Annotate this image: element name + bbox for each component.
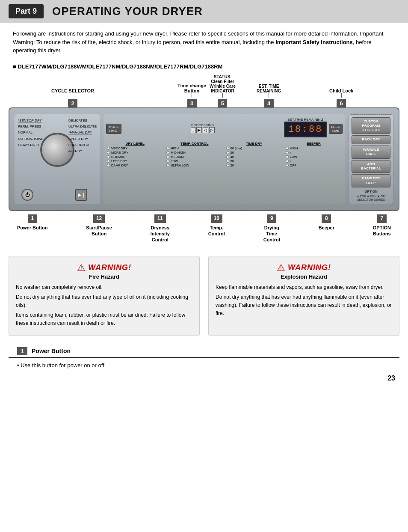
fire-item-3: Items containing foam, rubber, or plasti… [16, 311, 192, 327]
time-opt-1: 60 (min) [226, 146, 282, 150]
dry-level-header: DRY LEVEL [107, 142, 163, 146]
status-indicator-label: STATUS.Clean FilterWrinkle CareINDICATOR… [210, 74, 236, 107]
fire-warning-text: No washer can completely remove oil. Do … [16, 283, 192, 328]
processing-label: PROCESSING [123, 123, 282, 127]
intro-bold: Important Safety Instructions [275, 39, 353, 45]
anti-bacterial-button[interactable]: ANTIBACTERIAL [352, 160, 390, 173]
page-header: Part 9 OPERATING YOUR DRYER [0, 0, 408, 23]
custom-program-button[interactable]: CUSTOMPROGRAM★ FOR DM ★ [352, 117, 390, 134]
time-opt-5: 20 [226, 163, 282, 167]
beep-opt-3: LOW [286, 155, 342, 159]
temp-opt-1: HIGH [166, 146, 222, 150]
normal-label: NORMAL [18, 130, 48, 136]
cycle-selector-label: CYCLE SELECTOR 2 [51, 88, 94, 107]
fire-warning-icon: ⚠ [77, 262, 86, 273]
dry-opt-1: VERY DRY [107, 146, 163, 150]
rack-dry-button[interactable]: RACK DRY [352, 135, 390, 144]
temp-opt-4: LOW [166, 159, 222, 163]
temp-opt-3: MEDIUM [166, 155, 222, 159]
option-label: — OPTION — [352, 190, 390, 193]
freshen-up-label: FRESHEN UP [68, 142, 97, 148]
fire-warning-header: ⚠ WARNING! Fire Hazard [16, 262, 192, 280]
delicates-label: DELICATES [68, 118, 97, 124]
est-time-label: EST. TIMEREMAINING 4 [257, 84, 281, 107]
manual-dry-label: *MANUAL DRY [68, 130, 97, 136]
control-display-panel: MORETIME PROCESSING □ ▶ ◁ ▷ EST.TIME REM… [103, 114, 345, 205]
option-note: ★ FOR A-GEN ★ DMSELECTOR SERIES [352, 195, 390, 201]
dry-opt-4: LESS DRY [107, 159, 163, 163]
fire-item-2: Do not dry anything that has ever had an… [16, 293, 192, 309]
fire-warning-subtitle: Fire Hazard [89, 273, 119, 280]
dry-level-col: DRY LEVEL VERY DRY MORE DRY NORMAL LESS … [106, 142, 164, 168]
beep-opt-2: ↑ [286, 151, 342, 155]
bottom-label-10: 10 Temp.Control [208, 214, 225, 237]
beep-opt-5: OFF [286, 163, 342, 167]
explosion-warning-title: WARNING! [288, 263, 331, 272]
child-lock-label: Child Lock 6 [329, 88, 353, 107]
beep-opt-4: ↓ [286, 159, 342, 163]
sensor-dry-label: *SENSOR DRY [18, 118, 48, 124]
time-opt-2: 50 [226, 151, 282, 155]
time-dry-header: TIME DRY [226, 142, 282, 146]
bottom-label-9: 9 DryingTimeControl [263, 214, 280, 243]
power-button-section-header: 1 Power Button [9, 343, 399, 358]
warnings-section: ⚠ WARNING! Fire Hazard No washer can com… [0, 249, 408, 343]
explosion-warning-text: Keep flammable materials and vapors, suc… [216, 283, 392, 318]
option-buttons-panel: CUSTOMPROGRAM★ FOR DM ★ RACK DRY WRINKLE… [349, 114, 393, 205]
power-section-content: Use this button for power on or off. [0, 360, 408, 370]
bottom-labels: 1 Power Button 12 Start/PauseButton 11 D… [9, 211, 399, 244]
est-time-remaining-text: EST.TIME REMAINING [284, 118, 327, 122]
beeper-header: BEEPER [286, 142, 342, 146]
symbol-btn-3[interactable]: ◁ [203, 127, 208, 133]
symbol-btn-4[interactable]: ▷ [209, 127, 215, 133]
model-line: DLE7177WM/DLG7188WM/DLE7177NM/DLG7188NM/… [0, 59, 408, 73]
air-dry-label: AIR DRY [68, 148, 97, 154]
beep-opt-1: HIGH [286, 146, 342, 150]
explosion-hazard-warning: ⚠ WARNING! Explosion Hazard Keep flammab… [208, 256, 399, 336]
perm-press-label: PERM. PRESS [18, 124, 48, 130]
bottom-label-1: 1 Power Button [17, 214, 48, 231]
wrinkle-care-button[interactable]: WRINKLECARE [352, 146, 390, 159]
dryer-panel: *SENSOR DRY PERM. PRESS NORMAL COTTON/TO… [9, 107, 399, 211]
time-opt-3: 40 [226, 155, 282, 159]
intro-text: Following are instructions for starting … [0, 30, 408, 59]
temp-control-col: TEMP. CONTROL HIGH MID HIGH MEDIUM LOW U… [166, 142, 223, 168]
dry-opt-3: NORMAL [107, 155, 163, 159]
beeper-col: BEEPER HIGH ↑ LOW ↓ OFF [285, 142, 343, 168]
time-opt-4: 30 [226, 159, 282, 163]
temp-opt-2: MID HIGH [166, 151, 222, 155]
fire-warning-title: WARNING! [88, 263, 131, 272]
damp-dry-beep-button[interactable]: DAMP DRYBEEP [352, 174, 390, 187]
symbol-btn-2[interactable]: ▶ [196, 127, 202, 133]
cycle-selector-panel: *SENSOR DRY PERM. PRESS NORMAL COTTON/TO… [15, 114, 100, 205]
dry-opt-5: DAMP DRY [107, 163, 163, 167]
bottom-label-12: 12 Start/PauseButton [86, 214, 112, 237]
bottom-label-8: 8 Beeper [319, 214, 334, 231]
power-section-item: Use this button for power on or off. [17, 362, 395, 369]
bottom-label-7: 7 OPTIONButtons [373, 214, 391, 237]
dry-opt-2: MORE DRY [107, 151, 163, 155]
explosion-warning-icon: ⚠ [277, 262, 285, 273]
symbol-btn-1[interactable]: □ [191, 127, 195, 133]
time-change-label: Time changeButton 3 [177, 83, 206, 107]
page-number: 23 [0, 370, 408, 386]
time-dry-col: TIME DRY 60 (min) 50 40 30 20 [225, 142, 283, 168]
power-button[interactable]: ⏻ [21, 189, 33, 201]
diagram-section: CYCLE SELECTOR 2 Time changeButton 3 STA… [0, 73, 408, 245]
more-time-button[interactable]: MORETIME [106, 124, 121, 134]
explosion-item-2: Do not dry anything that has ever had an… [216, 293, 392, 318]
ultra-delicate-label: ULTRA DELICATE [68, 124, 97, 130]
fire-item-1: No washer can completely remove oil. [16, 283, 192, 291]
start-pause-button[interactable]: ▶❙ [75, 189, 87, 201]
page-title: OPERATING YOUR DRYER [52, 5, 203, 18]
lcd-display: 18:88 [284, 122, 327, 137]
less-time-button[interactable]: LESSTIME [329, 124, 343, 134]
temp-control-header: TEMP. CONTROL [166, 142, 222, 146]
fire-hazard-warning: ⚠ WARNING! Fire Hazard No washer can com… [9, 256, 200, 336]
part-badge: Part 9 [9, 4, 44, 18]
power-section-title: Power Button [32, 348, 71, 354]
speed-dry-label: SPEED DRY [68, 136, 97, 142]
explosion-item-1: Keep flammable materials and vapors, suc… [216, 283, 392, 291]
explosion-warning-header: ⚠ WARNING! Explosion Hazard [216, 262, 392, 280]
power-section-num: 1 [17, 347, 27, 355]
